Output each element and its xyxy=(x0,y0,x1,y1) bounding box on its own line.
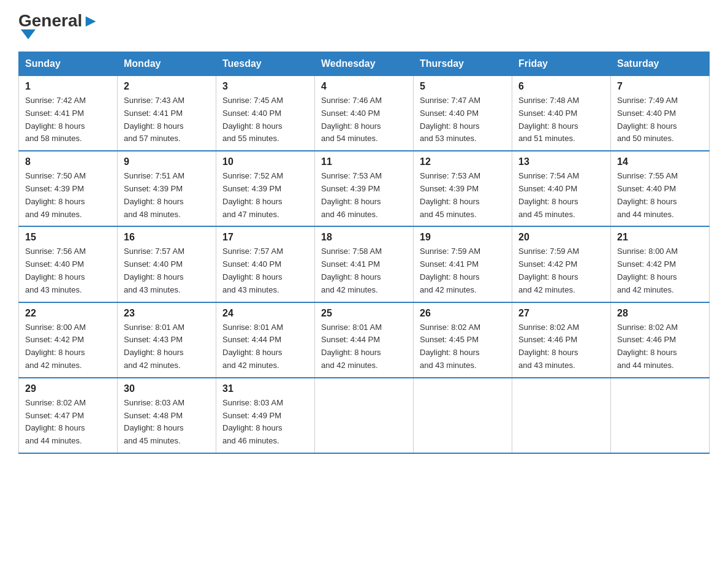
day-number: 9 xyxy=(124,156,210,167)
day-number: 26 xyxy=(420,308,506,319)
day-info: Sunrise: 8:02 AM Sunset: 4:47 PM Dayligh… xyxy=(25,397,111,448)
day-info: Sunrise: 7:50 AM Sunset: 4:39 PM Dayligh… xyxy=(25,170,111,221)
day-info: Sunrise: 8:00 AM Sunset: 4:42 PM Dayligh… xyxy=(617,245,703,296)
day-number: 29 xyxy=(25,383,111,394)
calendar-table: SundayMondayTuesdayWednesdayThursdayFrid… xyxy=(18,52,710,454)
day-info: Sunrise: 7:56 AM Sunset: 4:40 PM Dayligh… xyxy=(25,245,111,296)
day-number: 16 xyxy=(124,232,210,243)
day-cell: 11 Sunrise: 7:53 AM Sunset: 4:39 PM Dayl… xyxy=(315,151,414,226)
day-info: Sunrise: 7:45 AM Sunset: 4:40 PM Dayligh… xyxy=(222,94,308,145)
day-cell: 12 Sunrise: 7:53 AM Sunset: 4:39 PM Dayl… xyxy=(414,151,512,226)
day-number: 1 xyxy=(25,81,111,92)
day-number: 12 xyxy=(420,156,506,167)
day-cell xyxy=(512,378,611,453)
day-number: 3 xyxy=(222,81,308,92)
day-info: Sunrise: 7:53 AM Sunset: 4:39 PM Dayligh… xyxy=(420,170,506,221)
day-info: Sunrise: 7:54 AM Sunset: 4:40 PM Dayligh… xyxy=(518,170,604,221)
day-info: Sunrise: 7:59 AM Sunset: 4:41 PM Dayligh… xyxy=(420,245,506,296)
week-row-2: 8 Sunrise: 7:50 AM Sunset: 4:39 PM Dayli… xyxy=(19,151,710,226)
day-number: 8 xyxy=(25,156,111,167)
day-number: 20 xyxy=(518,232,604,243)
day-number: 23 xyxy=(124,308,210,319)
day-number: 19 xyxy=(420,232,506,243)
day-cell: 31 Sunrise: 8:03 AM Sunset: 4:49 PM Dayl… xyxy=(216,378,315,453)
day-number: 4 xyxy=(321,81,407,92)
day-info: Sunrise: 7:57 AM Sunset: 4:40 PM Dayligh… xyxy=(124,245,210,296)
header-thursday: Thursday xyxy=(414,52,512,76)
day-number: 27 xyxy=(518,308,604,319)
day-info: Sunrise: 7:51 AM Sunset: 4:39 PM Dayligh… xyxy=(124,170,210,221)
day-number: 6 xyxy=(518,81,604,92)
day-number: 17 xyxy=(222,232,308,243)
day-cell: 2 Sunrise: 7:43 AM Sunset: 4:41 PM Dayli… xyxy=(118,76,216,151)
day-number: 14 xyxy=(617,156,703,167)
day-cell: 15 Sunrise: 7:56 AM Sunset: 4:40 PM Dayl… xyxy=(19,226,118,302)
day-number: 13 xyxy=(518,156,604,167)
day-cell: 21 Sunrise: 8:00 AM Sunset: 4:42 PM Dayl… xyxy=(611,226,710,302)
logo-general-text: General► xyxy=(18,12,99,29)
header-wednesday: Wednesday xyxy=(315,52,414,76)
day-cell: 23 Sunrise: 8:01 AM Sunset: 4:43 PM Dayl… xyxy=(118,302,216,378)
day-number: 31 xyxy=(222,383,308,394)
day-number: 21 xyxy=(617,232,703,243)
day-number: 5 xyxy=(420,81,506,92)
day-info: Sunrise: 7:43 AM Sunset: 4:41 PM Dayligh… xyxy=(124,94,210,145)
day-info: Sunrise: 7:42 AM Sunset: 4:41 PM Dayligh… xyxy=(25,94,111,145)
day-number: 7 xyxy=(617,81,703,92)
day-cell: 9 Sunrise: 7:51 AM Sunset: 4:39 PM Dayli… xyxy=(118,151,216,226)
day-cell: 24 Sunrise: 8:01 AM Sunset: 4:44 PM Dayl… xyxy=(216,302,315,378)
logo-accent: ► xyxy=(82,11,99,30)
day-number: 22 xyxy=(25,308,111,319)
header-saturday: Saturday xyxy=(611,52,710,76)
day-info: Sunrise: 8:01 AM Sunset: 4:44 PM Dayligh… xyxy=(321,321,407,372)
day-info: Sunrise: 7:59 AM Sunset: 4:42 PM Dayligh… xyxy=(518,245,604,296)
day-cell: 8 Sunrise: 7:50 AM Sunset: 4:39 PM Dayli… xyxy=(19,151,118,226)
day-cell: 30 Sunrise: 8:03 AM Sunset: 4:48 PM Dayl… xyxy=(118,378,216,453)
week-row-3: 15 Sunrise: 7:56 AM Sunset: 4:40 PM Dayl… xyxy=(19,226,710,302)
logo-blue-text xyxy=(18,29,36,39)
day-number: 18 xyxy=(321,232,407,243)
day-number: 11 xyxy=(321,156,407,167)
day-number: 10 xyxy=(222,156,308,167)
day-cell: 4 Sunrise: 7:46 AM Sunset: 4:40 PM Dayli… xyxy=(315,76,414,151)
day-info: Sunrise: 7:53 AM Sunset: 4:39 PM Dayligh… xyxy=(321,170,407,221)
day-info: Sunrise: 7:52 AM Sunset: 4:39 PM Dayligh… xyxy=(222,170,308,221)
header-tuesday: Tuesday xyxy=(216,52,315,76)
day-cell: 1 Sunrise: 7:42 AM Sunset: 4:41 PM Dayli… xyxy=(19,76,118,151)
day-number: 28 xyxy=(617,308,703,319)
day-info: Sunrise: 7:46 AM Sunset: 4:40 PM Dayligh… xyxy=(321,94,407,145)
week-row-4: 22 Sunrise: 8:00 AM Sunset: 4:42 PM Dayl… xyxy=(19,302,710,378)
header-friday: Friday xyxy=(512,52,611,76)
day-info: Sunrise: 8:01 AM Sunset: 4:43 PM Dayligh… xyxy=(124,321,210,372)
day-info: Sunrise: 8:02 AM Sunset: 4:46 PM Dayligh… xyxy=(518,321,604,372)
day-info: Sunrise: 7:47 AM Sunset: 4:40 PM Dayligh… xyxy=(420,94,506,145)
day-cell: 19 Sunrise: 7:59 AM Sunset: 4:41 PM Dayl… xyxy=(414,226,512,302)
day-cell: 7 Sunrise: 7:49 AM Sunset: 4:40 PM Dayli… xyxy=(611,76,710,151)
day-info: Sunrise: 8:02 AM Sunset: 4:45 PM Dayligh… xyxy=(420,321,506,372)
day-info: Sunrise: 8:01 AM Sunset: 4:44 PM Dayligh… xyxy=(222,321,308,372)
day-info: Sunrise: 8:03 AM Sunset: 4:48 PM Dayligh… xyxy=(124,397,210,448)
day-info: Sunrise: 7:58 AM Sunset: 4:41 PM Dayligh… xyxy=(321,245,407,296)
days-header-row: SundayMondayTuesdayWednesdayThursdayFrid… xyxy=(19,52,710,76)
day-info: Sunrise: 8:00 AM Sunset: 4:42 PM Dayligh… xyxy=(25,321,111,372)
day-info: Sunrise: 8:03 AM Sunset: 4:49 PM Dayligh… xyxy=(222,397,308,448)
header-monday: Monday xyxy=(118,52,216,76)
week-row-5: 29 Sunrise: 8:02 AM Sunset: 4:47 PM Dayl… xyxy=(19,378,710,453)
day-cell: 25 Sunrise: 8:01 AM Sunset: 4:44 PM Dayl… xyxy=(315,302,414,378)
day-cell: 18 Sunrise: 7:58 AM Sunset: 4:41 PM Dayl… xyxy=(315,226,414,302)
day-number: 30 xyxy=(124,383,210,394)
day-cell xyxy=(315,378,414,453)
day-cell: 10 Sunrise: 7:52 AM Sunset: 4:39 PM Dayl… xyxy=(216,151,315,226)
day-cell: 5 Sunrise: 7:47 AM Sunset: 4:40 PM Dayli… xyxy=(414,76,512,151)
day-number: 15 xyxy=(25,232,111,243)
day-info: Sunrise: 7:55 AM Sunset: 4:40 PM Dayligh… xyxy=(617,170,703,221)
day-cell: 13 Sunrise: 7:54 AM Sunset: 4:40 PM Dayl… xyxy=(512,151,611,226)
logo: General► xyxy=(18,12,99,39)
week-row-1: 1 Sunrise: 7:42 AM Sunset: 4:41 PM Dayli… xyxy=(19,76,710,151)
day-cell: 27 Sunrise: 8:02 AM Sunset: 4:46 PM Dayl… xyxy=(512,302,611,378)
day-cell: 6 Sunrise: 7:48 AM Sunset: 4:40 PM Dayli… xyxy=(512,76,611,151)
day-cell: 16 Sunrise: 7:57 AM Sunset: 4:40 PM Dayl… xyxy=(118,226,216,302)
day-cell: 26 Sunrise: 8:02 AM Sunset: 4:45 PM Dayl… xyxy=(414,302,512,378)
logo-triangle-icon xyxy=(21,29,36,39)
day-cell: 3 Sunrise: 7:45 AM Sunset: 4:40 PM Dayli… xyxy=(216,76,315,151)
